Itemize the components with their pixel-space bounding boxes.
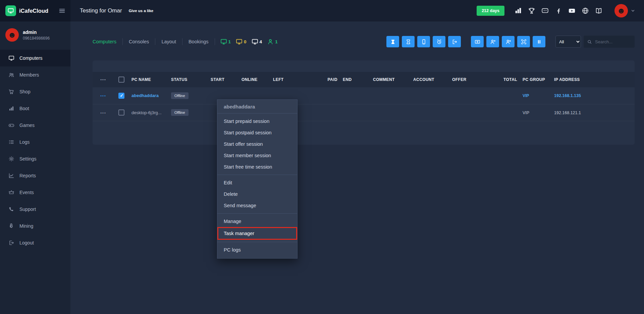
menu-item-start-offer-session[interactable]: Start offer session [217,138,297,150]
menu-item-start-prepaid-session[interactable]: Start prepaid session [217,116,297,127]
user-icon [267,38,274,45]
user-avatar[interactable]: ☻ [614,4,628,17]
hourglass-filled-button[interactable] [386,36,399,47]
scan-button[interactable] [517,36,530,47]
filter-select[interactable]: All [555,36,581,48]
cell-offer [449,104,482,121]
days-remaining-badge[interactable]: 212 days [477,6,504,16]
sidebar-item-label: Support [19,207,36,212]
add-user-button[interactable] [486,36,499,47]
sidebar-item-settings[interactable]: Settings [0,150,70,167]
sidebar-item-shop[interactable]: Shop [0,83,70,100]
monitor-icon [236,38,243,45]
menu-item-manage[interactable]: Manage [217,216,297,227]
pcs-total-counter: 4 [252,38,262,45]
profile-name: admin [23,30,50,35]
give-us-a-like-link[interactable]: Give us a like [129,9,154,13]
sidebar-item-computers[interactable]: Computers [0,50,70,66]
gamepad-icon [8,122,14,128]
sidebar-item-label: Logs [19,139,30,145]
mobile-button[interactable] [417,36,430,47]
hourglass-outline-button[interactable] [402,36,415,47]
row-checkbox[interactable] [118,93,124,99]
col-offer: OFFER [449,72,482,87]
sidebar-profile[interactable]: ☻ admin 096184986696 [0,21,70,50]
menu-item-pc-logs[interactable]: PC logs [217,244,297,256]
col-end: END [340,72,370,87]
menu-item-edit[interactable]: Edit [217,177,297,188]
row-actions-dots-icon[interactable]: ••• [100,94,106,98]
pc-name-link[interactable]: desktop-6j3rg... [131,110,162,115]
ranking-icon[interactable] [515,7,522,14]
sidebar-item-logs[interactable]: Logs [0,134,70,150]
pause-icon [536,39,542,45]
transfer-user-button[interactable] [502,36,515,47]
admin-avatar: ☻ [5,28,19,42]
col-status: STATUS [168,72,208,87]
col-pc-group: PC GROUP [520,72,551,87]
menu-item-start-member-session[interactable]: Start member session [217,150,297,161]
table-row: ••• abedhaddara Offline VIP 192.168.1.13… [93,87,635,104]
sidebar-item-label: Boot [19,106,29,111]
facebook-icon[interactable] [555,7,562,14]
menu-item-send-message[interactable]: Send message [217,200,297,211]
youtube-icon[interactable] [568,7,576,14]
header-actions-dots-icon[interactable]: ••• [100,78,106,82]
brand-name: iCafeCloud [19,8,48,14]
tab-bookings[interactable]: Bookings [182,38,215,45]
menu-divider [217,213,297,214]
row-actions-dots-icon[interactable]: ••• [100,111,106,115]
context-menu-title: abedhaddara [217,100,297,114]
tab-consoles[interactable]: Consoles [123,38,155,45]
search-input[interactable] [594,39,632,45]
globe-icon[interactable] [582,7,589,14]
members-online-counter: 1 [267,38,278,45]
hamburger-menu-icon[interactable] [58,7,66,14]
cell-comment [370,87,411,104]
monitor-icon [220,38,227,45]
alarm-clock-button[interactable] [433,36,445,47]
menu-item-start-postpaid-session[interactable]: Start postpaid session [217,127,297,138]
sidebar-item-members[interactable]: Members [0,66,70,83]
gear-icon [8,156,14,162]
chevron-down-icon[interactable] [631,8,635,13]
menu-item-start-free-time-session[interactable]: Start free time session [217,161,297,173]
trophy-icon[interactable] [528,7,535,14]
sign-out-button[interactable] [448,36,461,47]
sidebar-item-reports[interactable]: Reports [0,167,70,184]
discord-icon[interactable] [541,7,549,14]
pc-name-link[interactable]: abedhaddara [131,93,159,98]
pause-button[interactable] [533,36,545,47]
sidebar-item-games[interactable]: Games [0,117,70,134]
table-row: ••• desktop-6j3rg... Offline VIP 192.168… [93,104,635,121]
phone-icon [8,206,14,212]
status-counters: 1 0 4 1 [220,38,278,45]
topbar-icons [515,7,602,14]
sidebar-item-logout[interactable]: Logout [0,234,70,251]
cell-account [411,87,449,104]
guide-icon[interactable] [595,7,602,14]
sidebar-item-label: Mining [19,223,33,229]
sidebar-item-support[interactable]: Support [0,201,70,218]
menu-item-task-manager[interactable]: Task manager [217,227,297,240]
tab-layout[interactable]: Layout [155,38,182,45]
profile-id: 096184986696 [23,36,50,41]
cash-button[interactable] [471,36,484,47]
transfer-user-icon [505,39,511,45]
hourglass-icon [406,39,411,45]
sidebar-item-mining[interactable]: Mining [0,218,70,234]
col-start: START [208,72,239,87]
col-pc-name: PC NAME [129,72,168,87]
select-all-checkbox[interactable] [118,77,124,83]
col-total: TOTAL [482,72,520,87]
pc-group-value: VIP [523,110,529,115]
sidebar-item-boot[interactable]: Boot [0,100,70,117]
pc-context-menu: abedhaddara Start prepaid session Start … [217,99,298,259]
cell-total [482,104,520,121]
tab-computers[interactable]: Computers [87,38,123,45]
mobile-icon [421,39,427,45]
menu-item-delete[interactable]: Delete [217,188,297,200]
row-checkbox[interactable] [118,109,124,116]
alarm-clock-icon [436,39,442,45]
sidebar-item-events[interactable]: Events [0,184,70,201]
